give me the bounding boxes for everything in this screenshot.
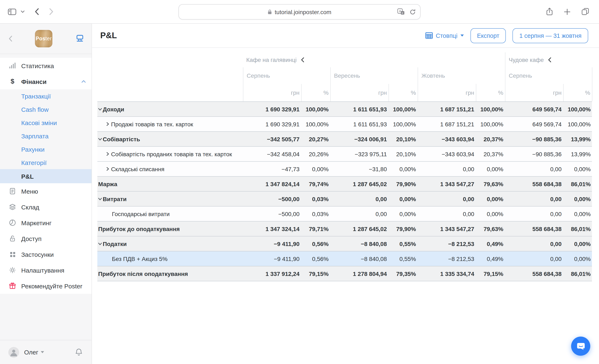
sidebar-item-menu[interactable]: Меню — [0, 183, 91, 199]
sidebar-item-label: Рекомендуйте Poster — [21, 282, 82, 289]
table-row[interactable]: Доходи1 690 329,91100,00%1 611 651,93100… — [97, 102, 592, 116]
table-row[interactable]: Прибуток до оподаткування1 347 324,1479,… — [97, 221, 592, 236]
sidebar-item-categories[interactable]: Категорії — [0, 156, 91, 169]
cell-value: −8 212,53 — [418, 240, 476, 247]
lock-icon — [268, 9, 272, 15]
new-tab-icon[interactable] — [564, 8, 571, 15]
cell-value: 0,00% — [563, 195, 592, 202]
cell-value: 79,71% — [301, 225, 330, 232]
table-row[interactable]: Складські списання−47,730,00%−31,800,00%… — [97, 161, 592, 176]
collapse-location-icon[interactable] — [301, 57, 304, 62]
chevron-up-icon[interactable] — [81, 80, 86, 83]
month-header: Серпень — [505, 67, 592, 84]
collapse-sidebar-icon[interactable] — [8, 35, 12, 42]
cell-value: −9 411,90 — [243, 240, 301, 247]
sidebar-item-recommend[interactable]: Рекомендуйте Poster — [0, 278, 91, 294]
cell-value: 0,00 — [418, 195, 476, 202]
cell-value: 0,00% — [563, 240, 592, 247]
unit-header-percent: % — [563, 84, 592, 102]
sidebar-item-statistics[interactable]: Статистика — [0, 58, 91, 74]
poster-logo[interactable]: Poster — [35, 30, 53, 47]
chat-button[interactable] — [571, 337, 590, 356]
cell-value: 0,56% — [301, 240, 330, 247]
sidebar-item-stock[interactable]: Склад — [0, 199, 91, 215]
cell-value: 649 569,74 — [505, 121, 563, 127]
translate-icon[interactable]: Ax — [397, 8, 405, 15]
chevron-right-icon[interactable] — [106, 152, 109, 156]
sidebar-item-settings[interactable]: Налаштування — [0, 262, 91, 278]
location-name: Кафе на галявинці — [246, 57, 297, 63]
cell-value: −9 411,90 — [243, 255, 301, 262]
back-icon[interactable] — [35, 8, 39, 15]
cell-value: 0,00 — [418, 211, 476, 217]
chevron-right-icon[interactable] — [106, 122, 109, 126]
reload-icon[interactable] — [409, 8, 416, 15]
tabs-overview-icon[interactable] — [581, 8, 590, 16]
cell-value: 0,00 — [505, 240, 563, 247]
cell-value: 20,26% — [301, 151, 330, 157]
sidebar-item-label: Рахунки — [21, 146, 44, 153]
layers-icon — [9, 203, 16, 211]
forward-icon[interactable] — [49, 8, 54, 15]
location-name: Чудове кафе — [509, 57, 544, 63]
bell-icon[interactable] — [74, 348, 83, 356]
sidebar-toggle-icon[interactable] — [8, 8, 17, 16]
avatar[interactable] — [8, 347, 19, 357]
export-button[interactable]: Експорт — [470, 28, 506, 43]
chevron-down-icon[interactable] — [98, 138, 102, 140]
cell-value: 1 343 547,27 — [418, 225, 476, 232]
share-icon[interactable] — [545, 7, 554, 16]
cell-value: −343 603,94 — [418, 151, 476, 157]
chevron-down-icon[interactable] — [98, 108, 102, 110]
sidebar-item-salary[interactable]: Зарплата — [0, 129, 91, 143]
row-label: Складські списання — [111, 166, 164, 172]
chevron-down-icon[interactable] — [98, 242, 102, 245]
table-row[interactable]: Без ПДВ + Акциз 5%−9 411,900,56%−8 840,0… — [97, 251, 592, 266]
cell-value: −500,00 — [243, 211, 301, 217]
sidebar-item-transactions[interactable]: Транзакції — [0, 89, 91, 103]
table-row[interactable]: Собівартість проданих товарів та тех. ка… — [97, 146, 592, 161]
cell-value: 20,37% — [476, 151, 505, 157]
chevron-down-icon[interactable] — [41, 351, 44, 353]
table-row[interactable]: Прибуток після оподаткування1 337 912,24… — [97, 266, 592, 281]
cell-value: 1 611 651,93 — [330, 121, 388, 127]
cell-value: 100,00% — [476, 121, 505, 127]
chevron-down-icon[interactable] — [98, 198, 102, 200]
table-row[interactable]: Господарські витрати−500,000,03%0,000,00… — [97, 206, 592, 221]
cell-value: 1 687 151,21 — [418, 106, 476, 112]
cell-value: 86,01% — [563, 270, 592, 277]
address-bar[interactable]: tutorial.joinposter.com Ax — [178, 4, 421, 19]
cell-value: −500,00 — [243, 195, 301, 202]
date-range-button[interactable]: 1 серпня — 31 жовтня — [513, 28, 588, 43]
cell-value: 649 569,74 — [505, 106, 563, 112]
chevron-down-icon[interactable] — [21, 10, 25, 13]
table-row[interactable]: Продажі товарів та тех. карток1 690 329,… — [97, 116, 592, 131]
user-name[interactable]: Олег — [24, 349, 38, 356]
sidebar-item-marketing[interactable]: Маркетинг — [0, 215, 91, 231]
chevron-right-icon[interactable] — [106, 167, 109, 171]
columns-button[interactable]: Стовпці — [425, 32, 464, 39]
cell-value: 0,49% — [476, 240, 505, 247]
cell-value: 558 684,38 — [505, 270, 563, 277]
sidebar-item-cash-flow[interactable]: Cash flow — [0, 103, 91, 116]
table-row[interactable]: Собівартість−342 505,7720,27%−324 006,91… — [97, 131, 592, 146]
collapse-location-icon[interactable] — [548, 57, 551, 62]
row-label: Прибуток до оподаткування — [98, 225, 180, 232]
cell-value: 0,00% — [388, 195, 418, 202]
cell-value: 79,74% — [301, 181, 330, 187]
document-icon — [9, 187, 16, 195]
sidebar-item-finance[interactable]: $Фінанси — [0, 74, 91, 89]
sidebar-item-register-shifts[interactable]: Касові зміни — [0, 116, 91, 129]
sidebar-item-applications[interactable]: Застосунки — [0, 246, 91, 262]
table-row[interactable]: Податки−9 411,900,56%−8 840,080,55%−8 21… — [97, 236, 592, 251]
sidebar-item-access[interactable]: Доступ — [0, 231, 91, 246]
table-row[interactable]: Маржа1 347 824,1479,74%1 287 645,0279,90… — [97, 176, 592, 191]
sidebar-item-label: Фінанси — [21, 78, 47, 85]
cell-value: 0,00 — [505, 211, 563, 217]
table-row[interactable]: Витрати−500,000,03%0,000,00%0,000,00%0,0… — [97, 191, 592, 206]
cell-value: −31,80 — [330, 166, 388, 172]
sidebar-item-pnl[interactable]: P&L — [0, 169, 91, 183]
pos-terminal-icon[interactable] — [75, 34, 85, 43]
sidebar-item-accounts[interactable]: Рахунки — [0, 143, 91, 156]
cell-value: 1 343 547,27 — [418, 181, 476, 187]
